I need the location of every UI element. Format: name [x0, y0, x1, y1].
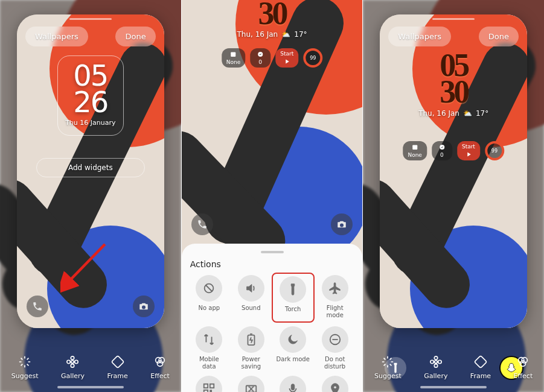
tab-gallery[interactable]: Gallery: [61, 355, 85, 380]
svg-rect-22: [246, 386, 257, 393]
clock-widget-accent[interactable]: 05 30 Thu, 16 Jan ⛅ 17°: [418, 52, 488, 118]
svg-rect-18: [210, 384, 214, 388]
widget-label: None: [408, 152, 421, 158]
svg-point-34: [522, 358, 528, 363]
widget-start[interactable]: Start: [457, 141, 480, 160]
panel-lockscreen-editor: Wallpapers Done 05 26 Thu 16 January Add…: [0, 0, 181, 392]
svg-point-30: [430, 360, 434, 364]
wallpapers-button[interactable]: Wallpapers: [388, 27, 451, 46]
tab-suggest[interactable]: Suggest: [374, 355, 402, 380]
action-flight-mode[interactable]: Flight mode: [316, 275, 354, 320]
tab-label: Effect: [514, 372, 533, 380]
minus-icon: [322, 326, 348, 353]
widget-tasks[interactable]: 0: [432, 141, 452, 160]
widget-start[interactable]: Start: [275, 48, 298, 68]
actions-grid: No appSoundTorchFlight modeMobile dataPo…: [190, 275, 354, 392]
done-button[interactable]: Done: [479, 27, 519, 46]
drag-handle[interactable]: [432, 18, 475, 20]
done-button[interactable]: Done: [115, 27, 155, 46]
widget-label: None: [226, 59, 240, 65]
widget-label: 0: [258, 59, 262, 65]
action-torch[interactable]: Torch: [274, 275, 312, 320]
tab-label: Suggest: [374, 372, 402, 380]
svg-point-28: [434, 356, 438, 360]
dolby-icon: [238, 376, 264, 392]
panel-lockscreen-result: Wallpapers Done 05 30 Thu, 16 Jan ⛅ 17° …: [362, 0, 544, 392]
action-sound[interactable]: Sound: [232, 275, 270, 320]
svg-rect-20: [210, 390, 212, 392]
date-short: Thu, 16 Jan: [237, 30, 278, 39]
tab-effect[interactable]: Effect: [514, 355, 533, 380]
editor-tabs: Suggest Gallery Frame Effect: [0, 355, 181, 380]
sparkle-icon: [381, 355, 394, 368]
svg-point-5: [75, 360, 78, 364]
clock-minutes: 30: [440, 78, 467, 105]
frame-icon: [474, 355, 487, 368]
tab-frame[interactable]: Frame: [107, 355, 128, 380]
action-label: Sound: [242, 305, 261, 318]
shortcut-right-camera[interactable]: [133, 296, 155, 317]
widget-activity-ring[interactable]: 99: [303, 48, 322, 68]
arrows-icon: [196, 326, 222, 353]
home-indicator[interactable]: [57, 386, 124, 388]
shortcut-left-phone[interactable]: [27, 296, 48, 317]
action-label: Flight mode: [326, 305, 343, 318]
clock-date: Thu 16 January: [58, 119, 123, 127]
action-label: No app: [199, 305, 220, 318]
home-indicator[interactable]: [420, 386, 487, 388]
widget-calendar[interactable]: None: [403, 141, 426, 160]
temperature: 17°: [294, 30, 307, 39]
sparkle-icon: [18, 355, 31, 368]
drag-handle[interactable]: [69, 18, 112, 20]
add-widgets-button[interactable]: Add widgets: [36, 158, 145, 177]
action-mic[interactable]: [274, 376, 312, 392]
tab-label: Frame: [470, 372, 491, 380]
flower-icon: [66, 355, 79, 368]
svg-line-13: [206, 285, 213, 292]
lockscreen-widgets-row[interactable]: None 0 Start 99: [403, 141, 504, 160]
action-label: Power saving: [232, 356, 270, 370]
svg-point-2: [71, 356, 75, 360]
actions-sheet: Actions No appSoundTorchFlight modeMobil…: [182, 244, 363, 392]
clock-widget-accent: 30 Thu, 16 Jan ⛅ 17°: [237, 0, 307, 39]
phone-icon: [32, 301, 43, 312]
action-dnd[interactable]: Do not disturb: [316, 326, 354, 370]
svg-point-9: [157, 361, 162, 366]
lockscreen-widgets-row[interactable]: None 0 Start 99: [222, 48, 322, 68]
tab-effect[interactable]: Effect: [150, 355, 170, 380]
temperature: 17°: [476, 109, 488, 118]
svg-point-1: [71, 361, 74, 364]
shortcut-left-phone[interactable]: [191, 213, 213, 235]
action-label: Torch: [285, 306, 301, 319]
tab-label: Frame: [107, 372, 128, 380]
widget-tasks[interactable]: 0: [250, 48, 270, 68]
tab-gallery[interactable]: Gallery: [424, 355, 447, 380]
svg-point-4: [67, 360, 71, 364]
action-label: Do not disturb: [324, 356, 345, 370]
wallpapers-button[interactable]: Wallpapers: [25, 27, 88, 46]
sheet-drag-handle[interactable]: [261, 251, 284, 253]
widget-activity-ring[interactable]: 99: [485, 141, 504, 160]
volume-icon: [238, 275, 264, 302]
clock-widget[interactable]: 05 26 Thu 16 January: [57, 55, 124, 136]
action-dark-mode[interactable]: Dark mode: [274, 326, 312, 370]
clock-minutes: 26: [58, 89, 123, 115]
action-mobile-data[interactable]: Mobile data: [190, 326, 228, 370]
svg-point-31: [438, 360, 441, 364]
tab-suggest[interactable]: Suggest: [11, 355, 39, 380]
panel-actions-picker: 30 Thu, 16 Jan ⛅ 17° None 0 Start 99 Act…: [181, 0, 363, 392]
svg-rect-10: [231, 52, 235, 57]
tab-frame[interactable]: Frame: [470, 355, 491, 380]
action-power-saving[interactable]: Power saving: [232, 326, 270, 370]
action-no-app[interactable]: No app: [190, 275, 228, 320]
tab-label: Effect: [150, 372, 170, 380]
action-location[interactable]: [316, 376, 354, 392]
tab-label: Gallery: [424, 372, 447, 380]
camera-icon: [336, 219, 347, 230]
lockscreen-preview[interactable]: Wallpapers Done 05 26 Thu 16 January Add…: [17, 14, 164, 328]
widget-calendar[interactable]: None: [222, 48, 245, 68]
lockscreen-preview[interactable]: Wallpapers Done 05 30 Thu, 16 Jan ⛅ 17° …: [380, 14, 527, 328]
action-qr[interactable]: [190, 376, 228, 392]
svg-point-35: [520, 361, 526, 366]
action-dolby[interactable]: [232, 376, 270, 392]
